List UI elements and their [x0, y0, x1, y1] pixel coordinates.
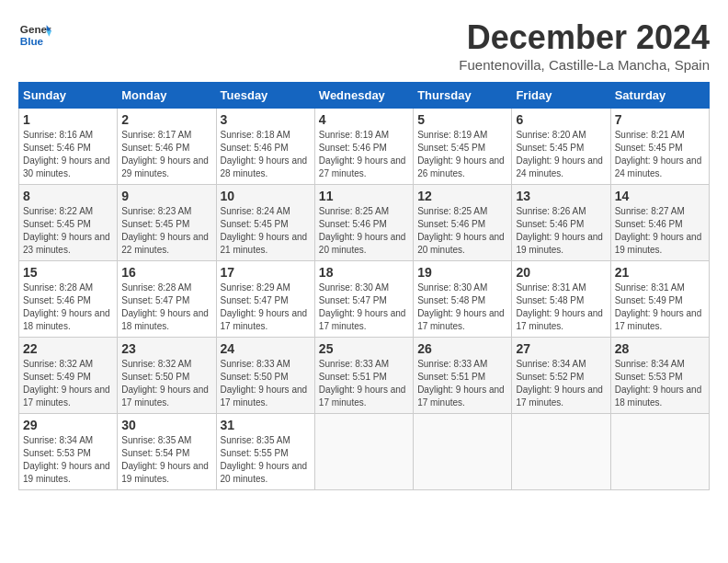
sunrise-label: Sunrise: 8:17 AM	[121, 130, 191, 140]
daylight-label: Daylight: 9 hours and 17 minutes.	[221, 385, 308, 408]
daylight-label: Daylight: 9 hours and 17 minutes.	[417, 308, 505, 331]
calendar-cell: 3 Sunrise: 8:18 AM Sunset: 5:46 PM Dayli…	[216, 109, 314, 185]
day-number: 25	[319, 341, 409, 356]
sunset-label: Sunset: 5:45 PM	[121, 219, 189, 229]
sunrise-label: Sunrise: 8:20 AM	[516, 130, 586, 140]
calendar-table: SundayMondayTuesdayWednesdayThursdayFrid…	[18, 82, 710, 490]
calendar-cell: 25 Sunrise: 8:33 AM Sunset: 5:51 PM Dayl…	[314, 338, 413, 414]
sunset-label: Sunset: 5:50 PM	[221, 372, 289, 382]
daylight-label: Daylight: 9 hours and 21 minutes.	[221, 232, 308, 255]
day-info: Sunrise: 8:19 AM Sunset: 5:45 PM Dayligh…	[417, 129, 507, 180]
calendar-header-row: SundayMondayTuesdayWednesdayThursdayFrid…	[19, 83, 710, 109]
sunset-label: Sunset: 5:46 PM	[615, 219, 683, 229]
day-info: Sunrise: 8:34 AM Sunset: 5:53 PM Dayligh…	[23, 434, 113, 486]
day-number: 16	[121, 265, 211, 280]
calendar-cell: 30 Sunrise: 8:35 AM Sunset: 5:54 PM Dayl…	[118, 414, 216, 490]
sunset-label: Sunset: 5:46 PM	[121, 143, 189, 153]
day-number: 17	[221, 265, 311, 280]
calendar-cell: 29 Sunrise: 8:34 AM Sunset: 5:53 PM Dayl…	[19, 414, 118, 490]
day-info: Sunrise: 8:33 AM Sunset: 5:51 PM Dayligh…	[417, 358, 507, 409]
daylight-label: Daylight: 9 hours and 30 minutes.	[23, 155, 110, 178]
daylight-label: Daylight: 9 hours and 23 minutes.	[23, 232, 110, 255]
day-number: 9	[121, 189, 211, 203]
sunset-label: Sunset: 5:52 PM	[516, 372, 584, 382]
month-title: December 2024	[459, 18, 710, 57]
day-info: Sunrise: 8:17 AM Sunset: 5:46 PM Dayligh…	[121, 129, 211, 180]
sunset-label: Sunset: 5:49 PM	[23, 372, 91, 382]
day-number: 23	[121, 341, 211, 356]
sunset-label: Sunset: 5:46 PM	[221, 143, 289, 153]
day-info: Sunrise: 8:21 AM Sunset: 5:45 PM Dayligh…	[615, 129, 705, 180]
daylight-label: Daylight: 9 hours and 18 minutes.	[615, 385, 702, 408]
sunrise-label: Sunrise: 8:28 AM	[121, 282, 191, 293]
day-info: Sunrise: 8:35 AM Sunset: 5:54 PM Dayligh…	[121, 434, 211, 486]
sunrise-label: Sunrise: 8:18 AM	[221, 130, 290, 140]
daylight-label: Daylight: 9 hours and 18 minutes.	[121, 308, 209, 331]
day-info: Sunrise: 8:25 AM Sunset: 5:46 PM Dayligh…	[417, 205, 507, 257]
calendar-cell: 2 Sunrise: 8:17 AM Sunset: 5:46 PM Dayli…	[118, 109, 216, 185]
title-area: December 2024 Fuentenovilla, Castille-La…	[459, 18, 710, 73]
daylight-label: Daylight: 9 hours and 24 minutes.	[516, 155, 603, 178]
sunrise-label: Sunrise: 8:27 AM	[615, 206, 685, 216]
calendar-cell	[414, 414, 512, 490]
day-info: Sunrise: 8:24 AM Sunset: 5:45 PM Dayligh…	[221, 205, 311, 257]
calendar-cell	[512, 414, 610, 490]
col-header-tuesday: Tuesday	[216, 83, 314, 109]
sunset-label: Sunset: 5:48 PM	[516, 295, 584, 305]
daylight-label: Daylight: 9 hours and 26 minutes.	[417, 155, 505, 178]
daylight-label: Daylight: 9 hours and 17 minutes.	[417, 385, 505, 408]
daylight-label: Daylight: 9 hours and 17 minutes.	[319, 385, 406, 408]
daylight-label: Daylight: 9 hours and 20 minutes.	[319, 232, 406, 255]
day-number: 29	[23, 418, 113, 432]
sunrise-label: Sunrise: 8:26 AM	[516, 206, 586, 216]
calendar-cell: 27 Sunrise: 8:34 AM Sunset: 5:52 PM Dayl…	[512, 338, 610, 414]
day-number: 31	[221, 418, 311, 432]
sunset-label: Sunset: 5:45 PM	[221, 219, 289, 229]
sunset-label: Sunset: 5:54 PM	[121, 448, 189, 458]
calendar-cell: 11 Sunrise: 8:25 AM Sunset: 5:46 PM Dayl…	[314, 185, 413, 261]
day-number: 14	[615, 189, 705, 203]
daylight-label: Daylight: 9 hours and 17 minutes.	[319, 308, 406, 331]
day-number: 5	[417, 112, 507, 127]
calendar-cell: 15 Sunrise: 8:28 AM Sunset: 5:46 PM Dayl…	[19, 261, 118, 338]
sunset-label: Sunset: 5:50 PM	[121, 372, 189, 382]
sunrise-label: Sunrise: 8:16 AM	[23, 130, 93, 140]
logo: General Blue	[18, 18, 51, 52]
sunrise-label: Sunrise: 8:33 AM	[319, 359, 389, 369]
sunrise-label: Sunrise: 8:30 AM	[319, 282, 389, 293]
sunset-label: Sunset: 5:47 PM	[319, 295, 387, 305]
daylight-label: Daylight: 9 hours and 17 minutes.	[221, 308, 308, 331]
sunrise-label: Sunrise: 8:29 AM	[221, 282, 290, 293]
daylight-label: Daylight: 9 hours and 20 minutes.	[221, 461, 308, 484]
sunrise-label: Sunrise: 8:19 AM	[319, 130, 389, 140]
col-header-sunday: Sunday	[19, 83, 118, 109]
calendar-cell: 14 Sunrise: 8:27 AM Sunset: 5:46 PM Dayl…	[610, 185, 709, 261]
calendar-week-row: 1 Sunrise: 8:16 AM Sunset: 5:46 PM Dayli…	[19, 109, 710, 185]
sunset-label: Sunset: 5:45 PM	[516, 143, 584, 153]
daylight-label: Daylight: 9 hours and 22 minutes.	[121, 232, 209, 255]
sunrise-label: Sunrise: 8:19 AM	[417, 130, 487, 140]
calendar-cell: 23 Sunrise: 8:32 AM Sunset: 5:50 PM Dayl…	[118, 338, 216, 414]
col-header-friday: Friday	[512, 83, 610, 109]
daylight-label: Daylight: 9 hours and 19 minutes.	[121, 461, 209, 484]
day-info: Sunrise: 8:31 AM Sunset: 5:49 PM Dayligh…	[615, 282, 705, 333]
day-info: Sunrise: 8:30 AM Sunset: 5:48 PM Dayligh…	[417, 282, 507, 333]
sunset-label: Sunset: 5:53 PM	[23, 448, 91, 458]
sunset-label: Sunset: 5:45 PM	[417, 143, 485, 153]
calendar-cell: 12 Sunrise: 8:25 AM Sunset: 5:46 PM Dayl…	[414, 185, 512, 261]
day-number: 19	[417, 265, 507, 280]
day-number: 7	[615, 112, 705, 127]
sunset-label: Sunset: 5:46 PM	[417, 219, 485, 229]
day-number: 3	[221, 112, 311, 127]
calendar-week-row: 15 Sunrise: 8:28 AM Sunset: 5:46 PM Dayl…	[19, 261, 710, 338]
day-number: 30	[121, 418, 211, 432]
sunrise-label: Sunrise: 8:31 AM	[516, 282, 586, 293]
calendar-cell: 1 Sunrise: 8:16 AM Sunset: 5:46 PM Dayli…	[19, 109, 118, 185]
sunrise-label: Sunrise: 8:24 AM	[221, 206, 290, 216]
day-info: Sunrise: 8:22 AM Sunset: 5:45 PM Dayligh…	[23, 205, 113, 257]
daylight-label: Daylight: 9 hours and 19 minutes.	[615, 232, 702, 255]
sunset-label: Sunset: 5:46 PM	[319, 143, 387, 153]
day-info: Sunrise: 8:29 AM Sunset: 5:47 PM Dayligh…	[221, 282, 311, 333]
day-number: 2	[121, 112, 211, 127]
location-title: Fuentenovilla, Castille-La Mancha, Spain	[459, 57, 710, 73]
